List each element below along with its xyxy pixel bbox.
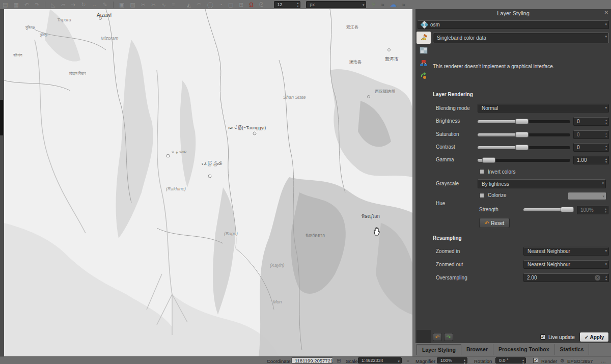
crs-gear-icon[interactable]: ⚙: [560, 358, 565, 363]
spinner-arrows-icon[interactable]: ▲▼: [605, 119, 607, 125]
layer-styling-panel: Layer Styling ✕ osm ▾: [415, 9, 611, 343]
fill-pattern-icon[interactable]: ▧: [130, 0, 135, 9]
apply-button[interactable]: ✓ Apply: [579, 332, 609, 342]
layer-name: osm: [430, 22, 440, 27]
new-project-icon[interactable]: ▤: [3, 0, 8, 9]
chevron-down-icon: ▾: [605, 262, 607, 266]
grayscale-combo[interactable]: By lightness ▾: [478, 179, 606, 188]
messages-button[interactable]: …: [601, 358, 606, 363]
tab-transparency[interactable]: [416, 44, 431, 57]
tab-browser[interactable]: Browser: [461, 344, 493, 355]
tab-history[interactable]: [416, 70, 431, 82]
reset-button[interactable]: ↶ Reset: [479, 218, 510, 228]
curve-icon[interactable]: ◠: [197, 0, 202, 9]
split-features-icon[interactable]: ✂: [141, 0, 146, 9]
saturation-slider[interactable]: [478, 132, 570, 137]
renderer-value: Singleband color data: [437, 35, 486, 41]
toolbar-overflow-icon[interactable]: »: [381, 0, 384, 9]
map-label: မန္တလေး: [170, 150, 186, 154]
magnifier-label: Magnifier: [415, 358, 435, 364]
blending-mode-combo[interactable]: Normal ▾: [478, 104, 609, 113]
copy-style-icon[interactable]: ▣: [119, 0, 124, 9]
redo-icon: ↷: [447, 334, 451, 340]
layer-selector-combo[interactable]: osm ▾: [418, 20, 609, 29]
move-feature-icon[interactable]: ➔: [71, 0, 75, 9]
offset-icon[interactable]: ↔: [92, 0, 97, 9]
zoomed-in-combo[interactable]: Nearest Neighbour ▾: [523, 247, 609, 256]
toolbar-overflow-icon-2[interactable]: »: [402, 0, 405, 9]
gamma-spinbox[interactable]: 1.00 ▲▼: [573, 156, 609, 164]
map-label: 普洱市: [385, 56, 399, 63]
edit-icon[interactable]: ✎: [103, 0, 107, 9]
spinner-arrows-icon[interactable]: ▲▼: [522, 358, 524, 364]
spinner-arrows-icon[interactable]: ▲▼: [605, 145, 607, 151]
undo-icon[interactable]: ↶: [24, 0, 29, 9]
select-region-icon[interactable]: ▱: [61, 0, 65, 9]
crs-status[interactable]: EPSG:3857: [567, 358, 593, 364]
colorize-checkbox[interactable]: [479, 193, 484, 198]
contrast-spinbox[interactable]: 0 ▲▼: [573, 143, 609, 152]
vertex-tool-icon[interactable]: ⑂: [372, 0, 375, 9]
brightness-spinbox[interactable]: 0 ▲▼: [573, 117, 609, 126]
scale-lock-icon[interactable]: ○: [406, 358, 409, 363]
map-label: တောင်ကြီး(~Taunggyi): [228, 125, 266, 130]
tab-layer-styling[interactable]: Layer Styling: [416, 344, 461, 355]
attributes-list-icon[interactable]: ≡: [172, 0, 175, 9]
scale-combo[interactable]: 1:4622334 ▾: [358, 357, 402, 363]
tracing-icon[interactable]: ᘓ: [259, 0, 263, 9]
tab-symbology[interactable]: [416, 32, 431, 44]
render-checkbox[interactable]: ✓: [533, 358, 538, 363]
regular-polygon-icon[interactable]: ⊞: [239, 0, 243, 9]
hue-label: Hue: [436, 201, 445, 206]
cloud-layers-icon[interactable]: ☁: [390, 0, 397, 9]
rotate-feature-icon[interactable]: ↻: [81, 0, 86, 9]
style-redo-button[interactable]: ↷: [444, 333, 453, 341]
merge-icon[interactable]: ∿: [161, 0, 166, 9]
map-canvas[interactable]: AizawlTripuraMizoramমুন্সিগঞ্জকুমিল্লাবর…: [4, 9, 412, 356]
live-update-checkbox[interactable]: ✓: [540, 334, 545, 340]
circle-tool-icon[interactable]: ◯: [207, 0, 213, 9]
spinner-arrows-icon[interactable]: ▲▼: [463, 358, 466, 364]
brightness-label: Brightness: [436, 118, 460, 124]
tab-statistics[interactable]: Statistics: [555, 344, 590, 355]
map-label: (Kayin): [270, 263, 285, 268]
close-icon[interactable]: ✕: [604, 10, 608, 15]
toolbar-separator: [113, 2, 114, 8]
rectangle-tool-icon[interactable]: ▢: [228, 0, 233, 9]
brightness-slider[interactable]: [478, 119, 570, 124]
tab-histogram[interactable]: [416, 57, 431, 69]
spinner-arrows-icon[interactable]: ▲▼: [296, 2, 299, 8]
ellipse-tool-icon[interactable]: ◔: [219, 0, 223, 9]
chevron-down-icon: ▾: [363, 3, 365, 7]
split-parts-icon[interactable]: ✂: [151, 0, 156, 9]
left-dock-edge[interactable]: [0, 9, 4, 356]
style-undo-button[interactable]: ↶: [433, 333, 442, 341]
map-label: (Bago): [224, 231, 238, 236]
invert-colors-checkbox[interactable]: [479, 169, 484, 174]
snap-tolerance-spinbox[interactable]: 12 ▲▼: [274, 1, 300, 8]
coordinate-input[interactable]: 1181199,2057721: [291, 357, 333, 363]
spinner-arrows-icon: ▲▼: [604, 207, 607, 213]
vertex-tool-icon[interactable]: ◭: [187, 0, 191, 9]
spinner-arrows-icon[interactable]: ▲▼: [605, 157, 607, 163]
dock-grip-handle[interactable]: [0, 100, 3, 135]
zoomed-out-combo[interactable]: Nearest Neighbour ▾: [523, 260, 609, 269]
layout-manager-icon[interactable]: ▦: [13, 0, 18, 9]
snapping-magnet-icon[interactable]: Ω: [249, 0, 253, 9]
magnifier-spinbox[interactable]: 100% ▲▼: [437, 357, 467, 363]
extent-toggle-icon[interactable]: ⊞: [337, 358, 341, 363]
brightness-value: 0: [577, 119, 580, 124]
snap-unit-combo[interactable]: px ▾: [306, 1, 366, 8]
tab-processing-toolbox[interactable]: Processing Toolbox: [493, 344, 555, 355]
clear-field-icon[interactable]: ✕: [595, 275, 600, 281]
chevron-down-icon: ▾: [602, 194, 604, 199]
saturation-value: 0: [577, 132, 580, 137]
contrast-slider[interactable]: [478, 145, 570, 150]
rotation-spinbox[interactable]: 0.0 ° ▲▼: [495, 357, 526, 363]
gamma-slider[interactable]: [478, 157, 570, 163]
oversampling-spinbox[interactable]: 2.00 ✕ ▲▼: [523, 273, 609, 282]
redo-icon[interactable]: ↷: [35, 0, 39, 9]
renderer-combo[interactable]: Singleband color data ▾: [433, 33, 609, 43]
spinner-arrows-icon[interactable]: ▲▼: [605, 275, 607, 281]
measure-icon[interactable]: ◺: [51, 0, 55, 9]
